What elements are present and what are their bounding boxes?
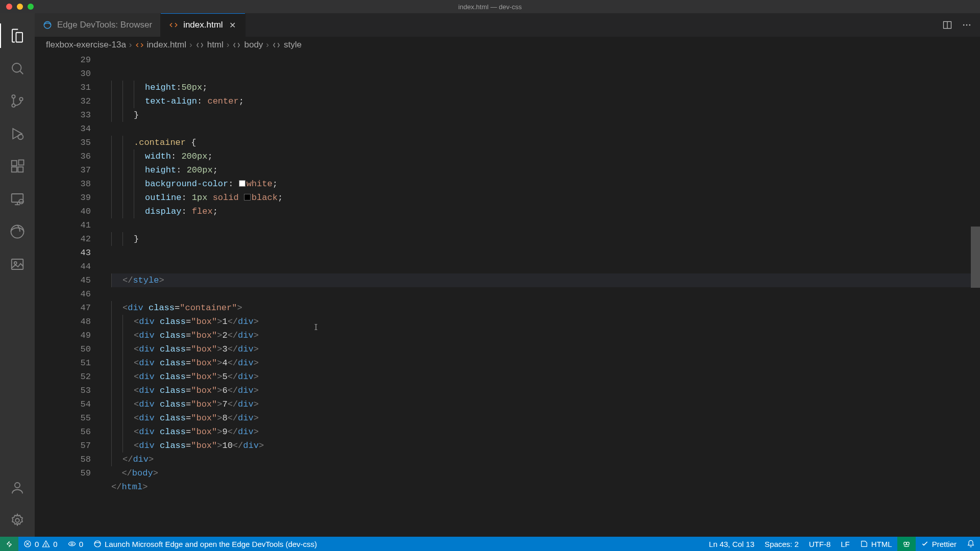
line-number[interactable]: 54 xyxy=(35,397,91,411)
code-line[interactable]: <div class="box">7</div> xyxy=(111,397,980,411)
run-debug-icon[interactable] xyxy=(0,117,35,150)
notifications-button[interactable] xyxy=(962,537,980,551)
code-line[interactable]: </style> xyxy=(111,273,980,287)
line-number[interactable]: 56 xyxy=(35,425,91,439)
accounts-icon[interactable] xyxy=(0,471,35,504)
settings-gear-icon[interactable] xyxy=(0,504,35,537)
line-number[interactable]: 53 xyxy=(35,384,91,397)
copilot-button[interactable] xyxy=(897,537,916,551)
code-line[interactable] xyxy=(111,287,980,301)
line-number[interactable]: 35 xyxy=(35,136,91,149)
image-preview-icon[interactable] xyxy=(0,248,35,281)
vertical-scrollbar[interactable] xyxy=(971,53,980,537)
line-number[interactable]: 40 xyxy=(35,205,91,218)
line-number[interactable]: 47 xyxy=(35,301,91,315)
code-line[interactable]: <div class="box">1</div> xyxy=(111,315,980,329)
line-number[interactable]: 55 xyxy=(35,411,91,425)
code-line[interactable]: <div class="box">2</div> xyxy=(111,329,980,342)
line-number[interactable]: 29 xyxy=(35,53,91,67)
breadcrumb-folder[interactable]: flexbox-exercise-13a xyxy=(46,40,126,50)
code-line[interactable]: <div class="box">10</div> xyxy=(111,439,980,453)
line-number[interactable]: 30 xyxy=(35,67,91,81)
breadcrumb-html[interactable]: html xyxy=(195,40,224,50)
tab-edge-devtools[interactable]: Edge DevTools: Browser xyxy=(35,13,161,37)
problems-button[interactable]: 0 0 xyxy=(18,537,63,551)
close-window-button[interactable] xyxy=(6,4,12,10)
line-number[interactable]: 57 xyxy=(35,439,91,453)
code-content[interactable]: height:50px;text-align: center;}.contain… xyxy=(111,53,980,537)
line-number[interactable]: 46 xyxy=(35,287,91,301)
line-number[interactable]: 38 xyxy=(35,177,91,191)
line-number[interactable]: 48 xyxy=(35,315,91,329)
code-line[interactable]: <div class="box">3</div> xyxy=(111,342,980,356)
code-line[interactable]: </body> xyxy=(111,466,980,480)
line-number[interactable]: 44 xyxy=(35,260,91,273)
code-line[interactable]: text-align: center; xyxy=(111,94,980,108)
code-line[interactable]: display: flex; xyxy=(111,205,980,218)
tab-index-html[interactable]: index.html ✕ xyxy=(161,13,245,37)
launch-edge-button[interactable]: Launch Microsoft Edge and open the Edge … xyxy=(88,537,322,551)
line-number[interactable]: 50 xyxy=(35,342,91,356)
code-line[interactable]: <div class="box">5</div> xyxy=(111,370,980,384)
code-line[interactable] xyxy=(111,494,980,508)
breadcrumb-style[interactable]: style xyxy=(272,40,302,50)
code-line[interactable]: } xyxy=(111,108,980,122)
edge-devtools-icon[interactable] xyxy=(0,215,35,248)
scrollbar-thumb[interactable] xyxy=(971,227,980,288)
language-mode-button[interactable]: HTML xyxy=(855,537,897,551)
breadcrumb-body[interactable]: body xyxy=(232,40,263,50)
line-number[interactable]: 33 xyxy=(35,108,91,122)
code-line[interactable]: .container { xyxy=(111,136,980,149)
line-number[interactable]: 39 xyxy=(35,191,91,205)
code-line[interactable]: <div class="container"> xyxy=(111,301,980,315)
eol-button[interactable]: LF xyxy=(836,537,855,551)
code-line[interactable]: <div class="box">8</div> xyxy=(111,411,980,425)
breadcrumbs[interactable]: flexbox-exercise-13a › index.html › html… xyxy=(35,37,980,53)
line-number[interactable]: 59 xyxy=(35,466,91,480)
explorer-icon[interactable] xyxy=(0,19,35,52)
code-line[interactable]: } xyxy=(111,232,980,246)
code-line[interactable]: </html> xyxy=(111,480,980,494)
code-line[interactable]: <div class="box">4</div> xyxy=(111,356,980,370)
encoding-button[interactable]: UTF-8 xyxy=(804,537,836,551)
breadcrumb-file[interactable]: index.html xyxy=(135,40,186,50)
search-icon[interactable] xyxy=(0,52,35,85)
code-line[interactable]: </div> xyxy=(111,453,980,466)
code-line[interactable]: height: 200px; xyxy=(111,163,980,177)
remote-explorer-icon[interactable] xyxy=(0,183,35,215)
line-number[interactable]: 42 xyxy=(35,232,91,246)
line-number[interactable]: 31 xyxy=(35,81,91,94)
line-number[interactable]: 43 xyxy=(35,246,91,260)
line-number[interactable]: 37 xyxy=(35,163,91,177)
line-number[interactable]: 45 xyxy=(35,273,91,287)
line-number[interactable]: 58 xyxy=(35,453,91,466)
code-editor[interactable]: 2930313233343536373839404142434445464748… xyxy=(35,53,980,537)
prettier-button[interactable]: Prettier xyxy=(916,537,962,551)
line-number[interactable]: 34 xyxy=(35,122,91,136)
code-line[interactable]: <div class="box">6</div> xyxy=(111,384,980,397)
code-line[interactable]: height:50px; xyxy=(111,81,980,94)
code-line[interactable] xyxy=(111,122,980,136)
maximize-window-button[interactable] xyxy=(28,4,34,10)
line-number[interactable]: 52 xyxy=(35,370,91,384)
line-number[interactable]: 36 xyxy=(35,149,91,163)
ports-button[interactable]: 0 xyxy=(63,537,88,551)
code-line[interactable]: <div class="box">9</div> xyxy=(111,425,980,439)
more-actions-icon[interactable] xyxy=(962,20,972,30)
extensions-icon[interactable] xyxy=(0,150,35,183)
line-number[interactable]: 32 xyxy=(35,94,91,108)
line-number-gutter[interactable]: 2930313233343536373839404142434445464748… xyxy=(35,53,111,537)
line-number[interactable]: 51 xyxy=(35,356,91,370)
minimize-window-button[interactable] xyxy=(17,4,23,10)
line-number[interactable]: 49 xyxy=(35,329,91,342)
close-tab-icon[interactable]: ✕ xyxy=(228,19,237,31)
source-control-icon[interactable] xyxy=(0,85,35,117)
indentation-button[interactable]: Spaces: 2 xyxy=(760,537,804,551)
code-line[interactable]: width: 200px; xyxy=(111,149,980,163)
cursor-position[interactable]: Ln 43, Col 13 xyxy=(704,537,760,551)
code-line[interactable] xyxy=(111,246,980,260)
line-number[interactable]: 41 xyxy=(35,218,91,232)
code-line[interactable]: background-color: white; xyxy=(111,177,980,191)
remote-button[interactable] xyxy=(0,537,18,551)
split-editor-icon[interactable] xyxy=(942,20,952,30)
